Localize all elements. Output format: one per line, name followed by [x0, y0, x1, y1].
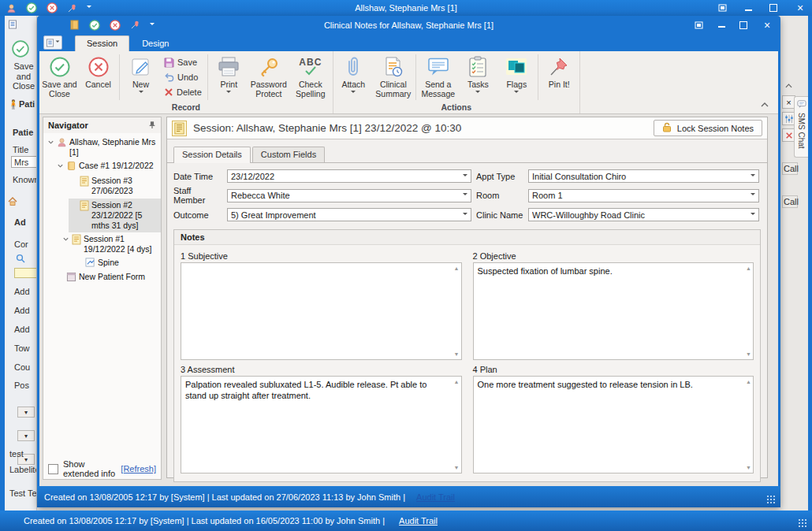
tree-item-session-2-selected[interactable]: Session #2 23/12/2022 [5 mths 31 dys] — [69, 199, 161, 232]
password-protect-button[interactable]: Password Protect — [248, 52, 289, 102]
outer-resize-grip[interactable] — [798, 518, 807, 528]
notes-header: Notes — [174, 230, 760, 245]
tree-item-case-1[interactable]: Case #1 19/12/2022 — [55, 159, 161, 174]
outer-save-close-button[interactable]: Save and Close — [8, 61, 37, 91]
tree-item-session-3[interactable]: Session #3 27/06/2023 — [69, 174, 161, 198]
pin-icon[interactable] — [130, 20, 140, 30]
tree-item-patient[interactable]: Allshaw, Stephanie Mrs [1] — [46, 136, 161, 159]
tab-session[interactable]: Session — [75, 35, 129, 51]
outer-maximize-button[interactable] — [769, 4, 777, 12]
attach-dropdown-icon[interactable] — [351, 91, 356, 95]
flags-button[interactable]: Flags — [497, 52, 536, 102]
flags-dropdown-icon[interactable] — [514, 91, 519, 95]
tasks-button[interactable]: Tasks — [459, 52, 497, 102]
print-dropdown-icon[interactable] — [226, 91, 231, 95]
outcome-combo[interactable]: 5) Great Improvement — [227, 208, 471, 221]
application-window: Allshaw, Stephanie Mrs [1] × Save and Cl… — [0, 0, 812, 531]
session-form: Date Time 23/12/2022 Appt Type Initial C… — [167, 163, 767, 226]
outer-save-close-icon[interactable] — [11, 39, 30, 60]
scroll-down-icon[interactable]: ▼ — [454, 351, 460, 357]
outer-county-label: Cou — [14, 362, 30, 372]
call-button-2[interactable]: Call — [782, 195, 798, 208]
scroll-up-icon[interactable]: ▲ — [454, 266, 460, 271]
outer-audit-trail-link[interactable]: Audit Trail — [399, 516, 438, 525]
subjective-textarea[interactable]: ▲▼ — [181, 262, 462, 360]
search-icon[interactable] — [16, 254, 25, 265]
clinic-name-label: Clinic Name — [476, 210, 523, 220]
tab-custom-fields[interactable]: Custom Fields — [252, 147, 325, 162]
outer-minimize-button[interactable] — [745, 6, 752, 11]
scroll-up-icon[interactable]: ▲ — [454, 379, 460, 384]
scroll-down-icon[interactable]: ▼ — [746, 465, 751, 470]
attach-button[interactable]: Attach — [334, 52, 373, 102]
inner-minimize-button[interactable] — [718, 22, 725, 28]
outer-menu-icon[interactable] — [8, 20, 17, 31]
outer-close-button[interactable]: × — [795, 2, 806, 13]
print-button[interactable]: Print — [210, 52, 248, 102]
inner-audit-trail-link[interactable]: Audit Trail — [416, 492, 455, 502]
cancel-icon[interactable] — [110, 20, 121, 31]
staff-member-label: Staff Member — [173, 186, 222, 205]
tasks-dropdown-icon[interactable] — [475, 91, 480, 95]
refresh-link[interactable]: [Refresh] — [121, 464, 156, 473]
undo-button[interactable]: Undo — [164, 72, 202, 84]
ribbon-collapse-icon[interactable] — [761, 99, 769, 109]
pin-it-button[interactable]: Pin It! — [540, 52, 579, 102]
delete-button[interactable]: Delete — [164, 87, 202, 98]
ribbon-menu-button[interactable] — [43, 35, 62, 50]
plan-textarea[interactable]: One more treatment suggested to release … — [473, 376, 754, 473]
inner-resize-grip[interactable] — [766, 495, 776, 504]
outer-dock-button[interactable] — [717, 2, 728, 13]
tab-session-details[interactable]: Session Details — [173, 147, 251, 163]
save-check-icon[interactable] — [26, 2, 37, 13]
assessment-textarea[interactable]: Palpation revealed subluxated L1-5. Audi… — [181, 376, 462, 473]
scroll-down-icon[interactable]: ▼ — [454, 465, 460, 470]
show-extended-info-checkbox[interactable] — [48, 464, 58, 474]
room-combo[interactable]: Room 1 — [528, 189, 759, 202]
inner-maximize-button[interactable] — [739, 21, 747, 29]
outer-section-collapse-2[interactable]: ▾ — [17, 430, 35, 441]
cancel-button[interactable]: Cancel — [79, 52, 117, 102]
call-button-1[interactable]: Call — [782, 162, 798, 175]
save-button[interactable]: Save — [164, 57, 202, 69]
objective-textarea[interactable]: Suspected fixation of lumbar spine.▲▼ — [473, 262, 754, 360]
sms-chat-tab[interactable]: SMS Chat — [794, 96, 808, 158]
outer-section-collapse-1[interactable]: ▾ — [17, 407, 35, 418]
scroll-up-icon[interactable]: ▲ — [746, 266, 751, 271]
panel-collapse-up-icon[interactable] — [782, 79, 795, 92]
appt-type-combo[interactable]: Initial Consultation Chiro — [528, 169, 759, 183]
tree-item-session-1[interactable]: Session #1 19/12/2022 [4 dys] — [61, 232, 161, 256]
save-and-close-button[interactable]: Save and Close — [40, 52, 79, 102]
cancel-circle-icon — [88, 54, 110, 79]
patient-icon[interactable] — [6, 3, 17, 13]
lock-session-notes-button[interactable]: Lock Session Notes — [654, 120, 762, 136]
navigator-pin-icon[interactable] — [148, 121, 156, 131]
new-dropdown-icon[interactable] — [139, 91, 143, 95]
notes-groupbox: Notes 1 Subjective ▲▼ 2 Objective Suspec… — [173, 229, 761, 482]
inner-close-button[interactable]: × — [762, 20, 773, 31]
tree-item-new-patient-form[interactable]: New Patient Form — [55, 270, 161, 285]
staff-member-combo[interactable]: Rebecca White — [227, 189, 471, 202]
outer-patient-tab[interactable]: 🧍 — [8, 99, 19, 110]
cancel-icon[interactable] — [47, 2, 58, 13]
check-spelling-button[interactable]: ABC Check Spelling — [289, 52, 332, 102]
notes-book-icon[interactable] — [70, 20, 80, 30]
new-button[interactable]: New — [121, 52, 160, 102]
scroll-down-icon[interactable]: ▼ — [746, 351, 751, 357]
date-time-combo[interactable]: 23/12/2022 — [227, 169, 471, 183]
save-check-icon[interactable] — [89, 20, 100, 31]
outer-status-text: Created on 13/08/2005 12:17 by [System] … — [24, 516, 385, 525]
tab-design[interactable]: Design — [131, 36, 180, 51]
outer-title-value[interactable]: Mrs — [11, 156, 37, 168]
qat-dropdown-icon[interactable] — [150, 23, 155, 28]
pin-icon[interactable] — [67, 3, 77, 13]
clinic-name-combo[interactable]: WRC-Willoughby Road Clinic — [528, 208, 759, 221]
send-message-button[interactable]: Send a Message — [418, 52, 459, 102]
outer-yellow-field[interactable] — [14, 268, 37, 278]
outer-patient-tab-label[interactable]: Pati — [19, 99, 35, 109]
clinical-summary-button[interactable]: Clinical Summary — [373, 52, 414, 102]
qat-dropdown-icon[interactable] — [87, 6, 91, 10]
tree-item-spine[interactable]: Spine — [84, 256, 161, 270]
inner-dock-button[interactable] — [693, 20, 704, 31]
scroll-up-icon[interactable]: ▲ — [746, 379, 751, 384]
